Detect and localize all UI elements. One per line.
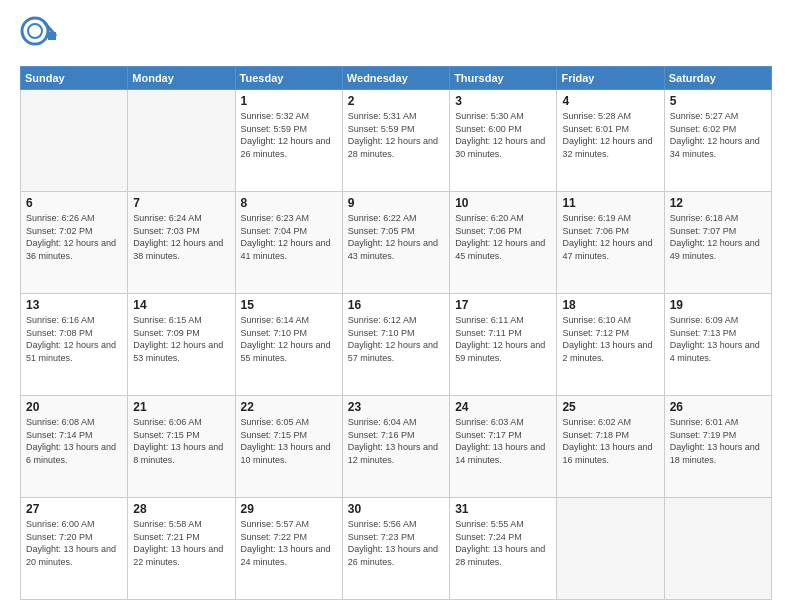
day-info: Sunrise: 5:31 AMSunset: 5:59 PMDaylight:… <box>348 110 444 160</box>
calendar-cell <box>664 498 771 600</box>
calendar-cell: 25Sunrise: 6:02 AMSunset: 7:18 PMDayligh… <box>557 396 664 498</box>
header <box>20 16 772 58</box>
calendar-cell: 15Sunrise: 6:14 AMSunset: 7:10 PMDayligh… <box>235 294 342 396</box>
day-number: 25 <box>562 400 658 414</box>
calendar-cell: 27Sunrise: 6:00 AMSunset: 7:20 PMDayligh… <box>21 498 128 600</box>
calendar-cell: 23Sunrise: 6:04 AMSunset: 7:16 PMDayligh… <box>342 396 449 498</box>
day-number: 24 <box>455 400 551 414</box>
day-info: Sunrise: 6:09 AMSunset: 7:13 PMDaylight:… <box>670 314 766 364</box>
day-number: 29 <box>241 502 337 516</box>
calendar-week-row: 6Sunrise: 6:26 AMSunset: 7:02 PMDaylight… <box>21 192 772 294</box>
calendar-cell <box>557 498 664 600</box>
day-info: Sunrise: 5:57 AMSunset: 7:22 PMDaylight:… <box>241 518 337 568</box>
calendar-week-row: 13Sunrise: 6:16 AMSunset: 7:08 PMDayligh… <box>21 294 772 396</box>
calendar-cell: 20Sunrise: 6:08 AMSunset: 7:14 PMDayligh… <box>21 396 128 498</box>
calendar-week-row: 27Sunrise: 6:00 AMSunset: 7:20 PMDayligh… <box>21 498 772 600</box>
calendar-cell: 18Sunrise: 6:10 AMSunset: 7:12 PMDayligh… <box>557 294 664 396</box>
day-info: Sunrise: 5:55 AMSunset: 7:24 PMDaylight:… <box>455 518 551 568</box>
calendar-cell: 26Sunrise: 6:01 AMSunset: 7:19 PMDayligh… <box>664 396 771 498</box>
day-info: Sunrise: 6:18 AMSunset: 7:07 PMDaylight:… <box>670 212 766 262</box>
day-number: 14 <box>133 298 229 312</box>
calendar-cell: 16Sunrise: 6:12 AMSunset: 7:10 PMDayligh… <box>342 294 449 396</box>
day-info: Sunrise: 6:10 AMSunset: 7:12 PMDaylight:… <box>562 314 658 364</box>
day-info: Sunrise: 6:00 AMSunset: 7:20 PMDaylight:… <box>26 518 122 568</box>
calendar-cell: 13Sunrise: 6:16 AMSunset: 7:08 PMDayligh… <box>21 294 128 396</box>
day-number: 21 <box>133 400 229 414</box>
day-number: 28 <box>133 502 229 516</box>
day-info: Sunrise: 5:32 AMSunset: 5:59 PMDaylight:… <box>241 110 337 160</box>
calendar-cell: 11Sunrise: 6:19 AMSunset: 7:06 PMDayligh… <box>557 192 664 294</box>
svg-point-1 <box>28 24 42 38</box>
day-number: 23 <box>348 400 444 414</box>
weekday-header-tuesday: Tuesday <box>235 67 342 90</box>
day-number: 17 <box>455 298 551 312</box>
day-info: Sunrise: 6:06 AMSunset: 7:15 PMDaylight:… <box>133 416 229 466</box>
day-info: Sunrise: 6:22 AMSunset: 7:05 PMDaylight:… <box>348 212 444 262</box>
weekday-header-saturday: Saturday <box>664 67 771 90</box>
calendar-cell: 12Sunrise: 6:18 AMSunset: 7:07 PMDayligh… <box>664 192 771 294</box>
day-number: 7 <box>133 196 229 210</box>
day-number: 6 <box>26 196 122 210</box>
day-info: Sunrise: 6:26 AMSunset: 7:02 PMDaylight:… <box>26 212 122 262</box>
calendar-cell: 21Sunrise: 6:06 AMSunset: 7:15 PMDayligh… <box>128 396 235 498</box>
day-number: 2 <box>348 94 444 108</box>
weekday-header-sunday: Sunday <box>21 67 128 90</box>
day-info: Sunrise: 5:58 AMSunset: 7:21 PMDaylight:… <box>133 518 229 568</box>
day-info: Sunrise: 6:19 AMSunset: 7:06 PMDaylight:… <box>562 212 658 262</box>
weekday-header-thursday: Thursday <box>450 67 557 90</box>
calendar-cell: 17Sunrise: 6:11 AMSunset: 7:11 PMDayligh… <box>450 294 557 396</box>
calendar-header-row: SundayMondayTuesdayWednesdayThursdayFrid… <box>21 67 772 90</box>
calendar-cell: 8Sunrise: 6:23 AMSunset: 7:04 PMDaylight… <box>235 192 342 294</box>
day-number: 12 <box>670 196 766 210</box>
weekday-header-friday: Friday <box>557 67 664 90</box>
day-number: 31 <box>455 502 551 516</box>
logo <box>20 16 60 58</box>
day-number: 15 <box>241 298 337 312</box>
calendar-cell: 5Sunrise: 5:27 AMSunset: 6:02 PMDaylight… <box>664 90 771 192</box>
calendar-cell: 4Sunrise: 5:28 AMSunset: 6:01 PMDaylight… <box>557 90 664 192</box>
day-info: Sunrise: 6:04 AMSunset: 7:16 PMDaylight:… <box>348 416 444 466</box>
day-info: Sunrise: 6:03 AMSunset: 7:17 PMDaylight:… <box>455 416 551 466</box>
calendar-cell: 1Sunrise: 5:32 AMSunset: 5:59 PMDaylight… <box>235 90 342 192</box>
day-number: 20 <box>26 400 122 414</box>
day-info: Sunrise: 6:23 AMSunset: 7:04 PMDaylight:… <box>241 212 337 262</box>
day-number: 26 <box>670 400 766 414</box>
day-number: 19 <box>670 298 766 312</box>
day-number: 11 <box>562 196 658 210</box>
calendar-cell: 3Sunrise: 5:30 AMSunset: 6:00 PMDaylight… <box>450 90 557 192</box>
calendar-table: SundayMondayTuesdayWednesdayThursdayFrid… <box>20 66 772 600</box>
svg-marker-3 <box>48 32 56 40</box>
calendar-cell: 6Sunrise: 6:26 AMSunset: 7:02 PMDaylight… <box>21 192 128 294</box>
calendar-cell: 19Sunrise: 6:09 AMSunset: 7:13 PMDayligh… <box>664 294 771 396</box>
calendar-cell: 24Sunrise: 6:03 AMSunset: 7:17 PMDayligh… <box>450 396 557 498</box>
day-number: 8 <box>241 196 337 210</box>
day-number: 18 <box>562 298 658 312</box>
calendar-week-row: 1Sunrise: 5:32 AMSunset: 5:59 PMDaylight… <box>21 90 772 192</box>
svg-point-0 <box>22 18 48 44</box>
day-info: Sunrise: 6:02 AMSunset: 7:18 PMDaylight:… <box>562 416 658 466</box>
day-info: Sunrise: 6:05 AMSunset: 7:15 PMDaylight:… <box>241 416 337 466</box>
day-info: Sunrise: 6:01 AMSunset: 7:19 PMDaylight:… <box>670 416 766 466</box>
weekday-header-wednesday: Wednesday <box>342 67 449 90</box>
page: SundayMondayTuesdayWednesdayThursdayFrid… <box>0 0 792 612</box>
day-number: 27 <box>26 502 122 516</box>
day-info: Sunrise: 6:24 AMSunset: 7:03 PMDaylight:… <box>133 212 229 262</box>
day-info: Sunrise: 6:15 AMSunset: 7:09 PMDaylight:… <box>133 314 229 364</box>
calendar-cell <box>21 90 128 192</box>
day-info: Sunrise: 6:16 AMSunset: 7:08 PMDaylight:… <box>26 314 122 364</box>
calendar-week-row: 20Sunrise: 6:08 AMSunset: 7:14 PMDayligh… <box>21 396 772 498</box>
calendar-cell: 28Sunrise: 5:58 AMSunset: 7:21 PMDayligh… <box>128 498 235 600</box>
weekday-header-monday: Monday <box>128 67 235 90</box>
calendar-cell: 22Sunrise: 6:05 AMSunset: 7:15 PMDayligh… <box>235 396 342 498</box>
calendar-cell: 31Sunrise: 5:55 AMSunset: 7:24 PMDayligh… <box>450 498 557 600</box>
calendar-cell: 29Sunrise: 5:57 AMSunset: 7:22 PMDayligh… <box>235 498 342 600</box>
day-number: 9 <box>348 196 444 210</box>
day-info: Sunrise: 6:12 AMSunset: 7:10 PMDaylight:… <box>348 314 444 364</box>
day-info: Sunrise: 6:11 AMSunset: 7:11 PMDaylight:… <box>455 314 551 364</box>
calendar-cell <box>128 90 235 192</box>
logo-icon <box>20 16 58 54</box>
day-info: Sunrise: 6:08 AMSunset: 7:14 PMDaylight:… <box>26 416 122 466</box>
calendar-cell: 14Sunrise: 6:15 AMSunset: 7:09 PMDayligh… <box>128 294 235 396</box>
day-info: Sunrise: 5:56 AMSunset: 7:23 PMDaylight:… <box>348 518 444 568</box>
day-number: 4 <box>562 94 658 108</box>
